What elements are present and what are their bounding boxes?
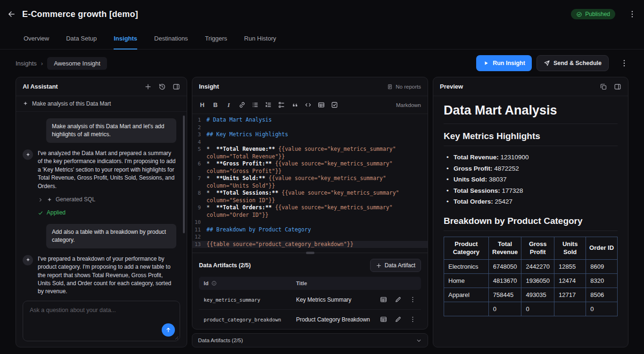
insight-panel-header: Insight No reports xyxy=(192,77,428,96)
line-number: 13 xyxy=(192,241,206,248)
page-title: E-Commerce growth [demo] xyxy=(22,9,138,19)
heading-button[interactable]: H xyxy=(196,99,208,111)
send-message-button[interactable] xyxy=(162,323,175,337)
assistant-avatar xyxy=(23,255,33,265)
chat-scrollbar[interactable] xyxy=(183,115,185,293)
task-list-button[interactable] xyxy=(275,99,288,111)
line-number: 12 xyxy=(192,233,206,241)
bullet-list-button[interactable] xyxy=(249,99,261,111)
artifact-id: product_category_breakdown xyxy=(204,317,296,322)
edit-icon[interactable] xyxy=(395,316,402,323)
generated-sql-toggle[interactable]: Generated SQL xyxy=(38,196,176,204)
tab-data-setup[interactable]: Data Setup xyxy=(66,28,97,49)
tab-bar: OverviewData SetupInsightsDestinationsTr… xyxy=(0,28,644,49)
new-chat-icon[interactable] xyxy=(144,83,152,91)
tab-triggers[interactable]: Triggers xyxy=(205,28,227,49)
published-label: Published xyxy=(585,11,610,17)
code-line-4[interactable]: 4 xyxy=(192,139,428,146)
tab-insights[interactable]: Insights xyxy=(114,28,137,49)
ordered-list-button[interactable] xyxy=(262,99,274,111)
run-insight-button[interactable]: Run Insight xyxy=(476,55,532,71)
code-line-10[interactable]: 10 xyxy=(192,219,428,226)
code-line-8[interactable]: 8* **Total Sessions:** {{value source="k… xyxy=(192,189,428,204)
user-message-bubble: Make analysis of this Data Mart and let'… xyxy=(46,118,176,143)
send-schedule-button[interactable]: Send & Schedule xyxy=(537,55,609,71)
line-number: 7 xyxy=(192,175,206,189)
collapse-panel-icon[interactable] xyxy=(173,83,180,91)
line-number: 1 xyxy=(192,116,206,124)
panel-resize-divider[interactable] xyxy=(192,253,428,257)
insight-column: Insight No reports HBIMarkdown 1# Data M… xyxy=(192,77,428,347)
tab-destinations[interactable]: Destinations xyxy=(154,28,188,49)
row-menu-icon[interactable] xyxy=(409,296,416,303)
insert-table-icon[interactable] xyxy=(380,316,387,323)
line-number: 6 xyxy=(192,160,206,175)
italic-button[interactable]: I xyxy=(223,99,235,111)
quote-icon xyxy=(291,101,298,108)
line-number: 2 xyxy=(192,124,206,132)
app-root: E-Commerce growth [demo] Published Overv… xyxy=(0,0,644,347)
line-number: 5 xyxy=(192,146,206,160)
tab-run-history[interactable]: Run History xyxy=(244,28,276,49)
code-button[interactable] xyxy=(302,99,314,111)
artifact-title: Product Category Breakdown xyxy=(296,316,380,323)
breadcrumb-insights[interactable]: Insights xyxy=(16,60,37,67)
main-panels: AI Assistant Make analysis of this Data … xyxy=(16,77,628,347)
code-line-9[interactable]: 9* **Total Orders:** {{value source="key… xyxy=(192,204,428,219)
line-number: 3 xyxy=(192,131,206,139)
code-line-1[interactable]: 1# Data Mart Analysis xyxy=(192,116,428,124)
chat-input[interactable] xyxy=(23,301,180,327)
arrow-up-icon xyxy=(165,327,172,333)
check-icon xyxy=(38,210,43,216)
breakdown-col-header: Order ID xyxy=(586,237,618,259)
insert-table-icon[interactable] xyxy=(380,296,387,303)
artifacts-title-column-header: Title xyxy=(296,280,307,286)
tab-overview[interactable]: Overview xyxy=(24,28,49,49)
link-button[interactable] xyxy=(236,99,248,111)
edit-icon[interactable] xyxy=(395,296,402,303)
checkbox-button[interactable] xyxy=(328,99,340,111)
chat-scrollbar-thumb[interactable] xyxy=(183,115,185,233)
data-artifacts-collapsed-bar[interactable]: Data Artifacts (2/5) xyxy=(192,333,428,347)
history-icon[interactable] xyxy=(158,83,166,91)
artifact-row[interactable]: key_metrics_summaryKey Metrics Summary xyxy=(199,290,421,310)
line-number: 10 xyxy=(192,219,206,226)
back-icon[interactable] xyxy=(8,10,16,18)
code-line-2[interactable]: 2 xyxy=(192,124,428,132)
chevron-right-icon xyxy=(38,197,43,203)
expand-panel-icon[interactable] xyxy=(614,83,621,91)
quote-button[interactable] xyxy=(289,99,301,111)
assistant-message-text: I've analyzed the Data Mart and prepared… xyxy=(38,149,176,190)
markdown-editor[interactable]: 1# Data Mart Analysis2 3## Key Metrics H… xyxy=(192,114,428,253)
code-line-3[interactable]: 3## Key Metrics Highlights xyxy=(192,131,428,139)
artifact-row[interactable]: product_category_breakdownProduct Catego… xyxy=(199,310,421,329)
ai-assistant-title: AI Assistant xyxy=(23,83,58,90)
top-header: E-Commerce growth [demo] Published xyxy=(0,0,644,28)
code-line-7[interactable]: 7* **Units Sold:** {{value source="key_m… xyxy=(192,175,428,189)
code-line-11[interactable]: 11## Breakdown by Product Category xyxy=(192,226,428,234)
metrics-list: Total Revenue: 12310900Gross Profit: 487… xyxy=(446,152,618,207)
copy-icon[interactable] xyxy=(600,83,607,91)
link-icon xyxy=(239,101,246,108)
table-button[interactable] xyxy=(315,99,327,111)
code-line-6[interactable]: 6* **Gross Profit:** {{value source="key… xyxy=(192,160,428,175)
breadcrumb: Insights › Awesome Insight xyxy=(16,57,107,70)
textarea-resize-grip[interactable] xyxy=(174,335,178,339)
row-menu-icon[interactable] xyxy=(409,316,416,323)
send-icon xyxy=(544,60,550,66)
line-number: 11 xyxy=(192,226,206,234)
code-line-12[interactable]: 12 xyxy=(192,233,428,241)
code-line-13[interactable]: 13{{table source="product_category_break… xyxy=(192,241,428,248)
code-line-5[interactable]: 5* **Total Revenue:** {{value source="ke… xyxy=(192,146,428,160)
sparkle-icon xyxy=(25,152,31,157)
breadcrumb-current[interactable]: Awesome Insight xyxy=(47,57,107,70)
bold-button[interactable]: B xyxy=(209,99,222,111)
actions-kebab-menu-icon[interactable] xyxy=(620,59,628,67)
header-kebab-menu-icon[interactable] xyxy=(628,10,636,18)
drag-handle-icon[interactable] xyxy=(306,252,314,254)
metric-item: Total Revenue: 12310900 xyxy=(446,152,618,163)
code-icon xyxy=(305,101,312,108)
ai-assistant-panel: AI Assistant Make analysis of this Data … xyxy=(16,77,187,347)
add-data-artifact-button[interactable]: Data Artifact xyxy=(370,259,421,272)
chat-thread-item[interactable]: Make analysis of this Data Mart xyxy=(16,96,187,112)
